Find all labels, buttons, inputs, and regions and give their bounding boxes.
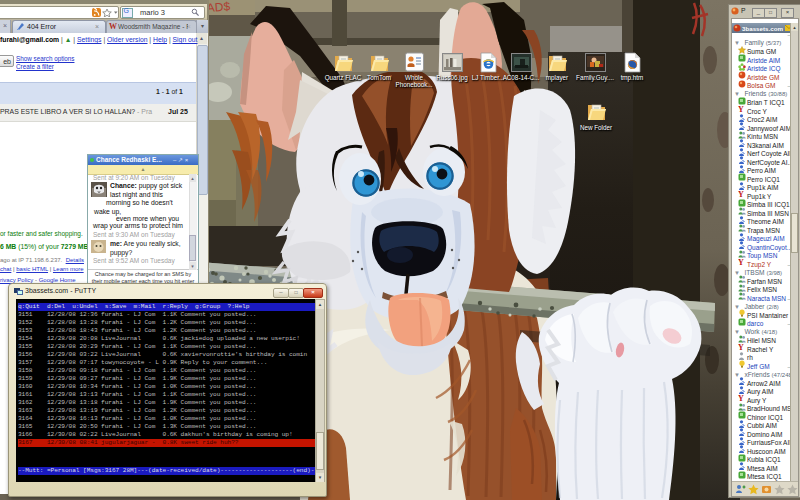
svg-text:AD$: AD$ xyxy=(206,0,231,15)
